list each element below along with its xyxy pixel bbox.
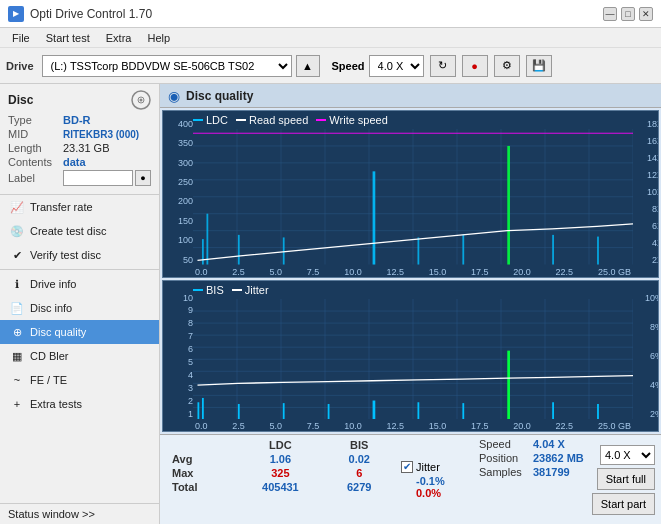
avg-ldc: 1.06 [235, 452, 325, 466]
total-ldc: 405431 [235, 480, 325, 494]
jitter-checkbox[interactable]: ✔ [401, 461, 413, 473]
charts-area: LDC Read speed Write speed 400 350 30 [160, 108, 661, 434]
svg-rect-56 [417, 402, 419, 419]
ldc-chart-svg [193, 129, 633, 265]
max-ldc: 325 [235, 466, 325, 480]
status-window-section: Status window >> [0, 503, 159, 524]
bx-150: 15.0 [429, 421, 447, 431]
y-label-10x: 10X [635, 187, 659, 197]
y-label-3: 3 [165, 383, 193, 393]
sidebar-item-verify-test-disc[interactable]: ✔ Verify test disc [0, 243, 159, 267]
refresh-button[interactable]: ↻ [430, 55, 456, 77]
y-label-2: 2 [165, 396, 193, 406]
extra-tests-label: Extra tests [30, 398, 82, 410]
y-label-150: 150 [165, 216, 193, 226]
menu-start-test[interactable]: Start test [38, 31, 98, 45]
speed-label: Speed [332, 60, 365, 72]
avg-jitter-row: -0.1% [401, 475, 471, 487]
drive-select[interactable]: (L:) TSSTcorp BDDVDW SE-506CB TS02 [42, 55, 292, 77]
speed-select-inline[interactable]: 4.0 X [600, 445, 655, 465]
y-label-5: 5 [165, 357, 193, 367]
svg-rect-27 [507, 146, 510, 265]
y-label-200: 200 [165, 196, 193, 206]
svg-rect-57 [462, 403, 464, 419]
svg-rect-58 [507, 350, 510, 419]
label-input[interactable] [63, 170, 133, 186]
contents-value: data [63, 156, 86, 168]
length-value: 23.31 GB [63, 142, 109, 154]
y-label-4x: 4X [635, 238, 659, 248]
sidebar-item-extra-tests[interactable]: + Extra tests [0, 392, 159, 416]
bx-25: 2.5 [232, 421, 245, 431]
verify-test-disc-icon: ✔ [10, 248, 24, 262]
speed-select[interactable]: 4.0 X [369, 55, 424, 77]
menu-extra[interactable]: Extra [98, 31, 140, 45]
start-part-button[interactable]: Start part [592, 493, 655, 515]
save-button[interactable]: 💾 [526, 55, 552, 77]
menu-file[interactable]: File [4, 31, 38, 45]
avg-jitter-value: -0.1% [416, 475, 445, 487]
y-label-4pct: 4% [635, 380, 659, 390]
jitter-legend-label: Jitter [245, 284, 269, 296]
svg-rect-50 [197, 402, 199, 419]
sidebar-item-disc-quality[interactable]: ⊕ Disc quality [0, 320, 159, 344]
menubar: File Start test Extra Help [0, 28, 661, 48]
y-label-6pct: 6% [635, 351, 659, 361]
y-label-6x: 6X [635, 221, 659, 231]
y-label-8: 8 [165, 318, 193, 328]
disc-quality-title: Disc quality [186, 89, 253, 103]
sidebar-item-create-test-disc[interactable]: 💿 Create test disc [0, 219, 159, 243]
speed-value: 4.04 X [533, 438, 565, 450]
avg-label: Avg [166, 452, 235, 466]
x-label-150: 15.0 [429, 267, 447, 277]
disc-section: Disc Type BD-R MID RITEKBR3 (000) Length… [0, 84, 159, 195]
svg-rect-26 [462, 235, 464, 265]
drive-info-icon: ℹ [10, 277, 24, 291]
svg-rect-53 [283, 403, 285, 419]
sidebar-item-drive-info[interactable]: ℹ Drive info [0, 272, 159, 296]
ldc-legend-label: LDC [206, 114, 228, 126]
transfer-rate-label: Transfer rate [30, 201, 93, 213]
table-row-total: Total 405431 6279 [166, 480, 393, 494]
speed-section: Speed 4.04 X Position 23862 MB Samples 3… [479, 438, 584, 521]
chart-top-legend: LDC Read speed Write speed [193, 114, 388, 126]
avg-bis: 0.02 [325, 452, 393, 466]
burn-button[interactable]: ● [462, 55, 488, 77]
minimize-button[interactable]: — [603, 7, 617, 21]
settings-button[interactable]: ⚙ [494, 55, 520, 77]
y-label-400: 400 [165, 119, 193, 129]
sidebar-item-fe-te[interactable]: ~ FE / TE [0, 368, 159, 392]
maximize-button[interactable]: □ [621, 7, 635, 21]
label-action-button[interactable]: ● [135, 170, 151, 186]
sidebar-item-disc-info[interactable]: 📄 Disc info [0, 296, 159, 320]
y-label-1: 1 [165, 409, 193, 419]
y-label-2x: 2X [635, 255, 659, 265]
bis-legend-label: BIS [206, 284, 224, 296]
svg-rect-59 [552, 402, 554, 419]
svg-point-2 [140, 99, 143, 102]
sidebar-item-cd-bler[interactable]: ▦ CD Bler [0, 344, 159, 368]
start-full-button[interactable]: Start full [597, 468, 655, 490]
disc-info-icon: 📄 [10, 301, 24, 315]
menu-help[interactable]: Help [139, 31, 178, 45]
sidebar-item-transfer-rate[interactable]: 📈 Transfer rate [0, 195, 159, 219]
bis-dot [193, 289, 203, 291]
x-label-25: 2.5 [232, 267, 245, 277]
verify-test-disc-label: Verify test disc [30, 249, 101, 261]
bx-0: 0.0 [195, 421, 208, 431]
y-label-16x: 16X [635, 136, 659, 146]
close-button[interactable]: ✕ [639, 7, 653, 21]
samples-row: Samples 381799 [479, 466, 584, 478]
read-speed-label: Read speed [249, 114, 308, 126]
bis-legend: BIS [193, 284, 224, 296]
x-label-50: 5.0 [270, 267, 283, 277]
disc-mid-row: MID RITEKBR3 (000) [8, 128, 151, 140]
position-row: Position 23862 MB [479, 452, 584, 464]
eject-button[interactable]: ▲ [296, 55, 320, 77]
status-window-button[interactable]: Status window >> [8, 508, 151, 520]
disc-info-label: Disc info [30, 302, 72, 314]
nav-divider-1 [0, 269, 159, 270]
stats-table: LDC BIS Avg 1.06 0.02 Max 325 [166, 438, 393, 521]
y-label-6: 6 [165, 344, 193, 354]
mid-label: MID [8, 128, 63, 140]
